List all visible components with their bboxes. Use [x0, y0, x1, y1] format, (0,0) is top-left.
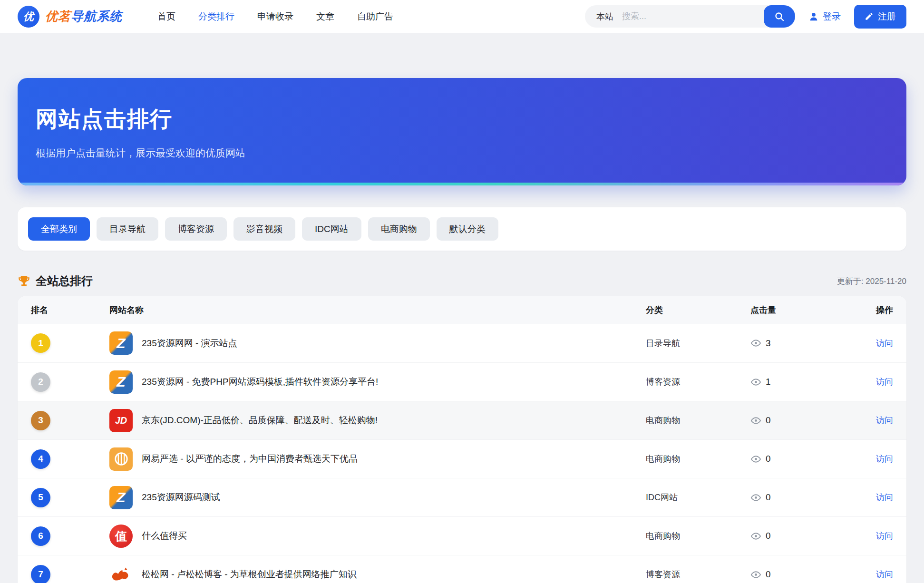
- table-row[interactable]: 5 Z 235资源网源码测试 IDC网站 0: [18, 478, 906, 516]
- site-favicon: 值: [109, 525, 133, 548]
- site-category: IDC网站: [646, 492, 750, 503]
- search-bar: 本站: [585, 5, 795, 28]
- category-filter-pill[interactable]: 默认分类: [437, 217, 498, 241]
- eye-icon: [750, 569, 761, 580]
- click-count: 0: [766, 492, 771, 503]
- site-category: 电商购物: [646, 530, 750, 542]
- category-filter-pill[interactable]: 目录导航: [97, 217, 158, 241]
- column-header-category: 分类: [646, 304, 750, 316]
- rank-badge: 6: [31, 526, 50, 546]
- site-category: 博客资源: [646, 569, 750, 580]
- table-row[interactable]: 3 JD 京东(JD.COM)-正品低价、品质保障、配送及时、轻松购物! 电商购…: [18, 401, 906, 439]
- page-title: 网站点击排行: [36, 105, 887, 134]
- click-count: 1: [766, 377, 771, 387]
- site-favicon: JD: [109, 409, 133, 432]
- eye-icon: [750, 377, 761, 388]
- site-favicon: Z: [109, 370, 133, 394]
- site-favicon: Z: [109, 486, 133, 509]
- nav-item[interactable]: 文章: [316, 10, 334, 23]
- table-header-row: 排名 网站名称 分类 点击量 操作: [18, 296, 906, 324]
- site-category: 博客资源: [646, 376, 750, 388]
- main-nav: 首页 分类排行 申请收录 文章 自助广告: [157, 10, 393, 23]
- visit-link[interactable]: 访问: [876, 493, 893, 502]
- visit-link[interactable]: 访问: [876, 454, 893, 464]
- nav-item[interactable]: 申请收录: [257, 10, 293, 23]
- header-actions: 本站 登录 注册: [585, 5, 906, 29]
- category-filter-bar: 全部类别 目录导航 博客资源 影音视频 IDC网站 电商购物 默认分类: [18, 207, 906, 251]
- visit-link[interactable]: 访问: [876, 531, 893, 541]
- rank-badge: 7: [31, 565, 50, 583]
- search-input[interactable]: [622, 11, 764, 21]
- site-name: 网易严选 - 以严谨的态度，为中国消费者甄选天下优品: [142, 453, 358, 465]
- site-category: 电商购物: [646, 415, 750, 426]
- site-name: 松松网 - 卢松松博客 - 为草根创业者提供网络推广知识: [142, 568, 357, 581]
- rank-badge: 4: [31, 449, 50, 469]
- eye-icon: [750, 492, 761, 503]
- table-row[interactable]: 4 网易严选 - 以严谨的态度，为中国消费者甄选天下优品 电商购物 0: [18, 439, 906, 478]
- eye-icon: [750, 415, 761, 426]
- search-button[interactable]: [764, 5, 795, 28]
- table-row[interactable]: 6 值 什么值得买 电商购物 0: [18, 516, 906, 555]
- site-category: 目录导航: [646, 338, 750, 349]
- fox-logo-icon: [110, 564, 132, 583]
- site-name: 什么值得买: [142, 530, 187, 542]
- register-button[interactable]: 注册: [854, 5, 906, 29]
- nav-item[interactable]: 首页: [157, 10, 175, 23]
- site-category: 电商购物: [646, 453, 750, 465]
- last-updated-text: 更新于: 2025-11-20: [837, 276, 906, 287]
- table-body: 1 Z 235资源网网 - 演示站点 目录导航 3: [18, 324, 906, 583]
- click-count: 0: [766, 454, 771, 464]
- rank-badge: 5: [31, 488, 50, 507]
- site-name: 235资源网网 - 演示站点: [142, 337, 237, 350]
- search-icon: [774, 11, 785, 22]
- top-navbar: 优 优茗导航系统 首页 分类排行 申请收录 文章 自助广告 本站 登录: [0, 0, 924, 33]
- ranking-section-header: 全站总排行 更新于: 2025-11-20: [18, 273, 906, 289]
- logo-mark-icon: 优: [18, 6, 39, 28]
- rank-badge: 3: [31, 411, 50, 430]
- category-filter-pill[interactable]: 电商购物: [368, 217, 430, 241]
- user-icon: [808, 11, 819, 22]
- table-row[interactable]: 7 松松网 - 卢松松博客 - 为草根创业者提供网络推广知识 博客资源 0: [18, 555, 906, 583]
- category-filter-pill[interactable]: 影音视频: [233, 217, 295, 241]
- pencil-icon: [865, 12, 874, 21]
- column-header-name: 网站名称: [109, 304, 646, 316]
- visit-link[interactable]: 访问: [876, 377, 893, 387]
- category-filter-pill[interactable]: 博客资源: [165, 217, 227, 241]
- yanxuan-logo-icon: [113, 451, 129, 467]
- rank-badge: 1: [31, 333, 50, 353]
- column-header-action: 操作: [846, 304, 893, 316]
- table-row[interactable]: 1 Z 235资源网网 - 演示站点 目录导航 3: [18, 324, 906, 362]
- search-scope-select[interactable]: 本站: [585, 11, 622, 22]
- hero-banner: 网站点击排行 根据用户点击量统计，展示最受欢迎的优质网站: [18, 78, 906, 185]
- site-name: 235资源网 - 免费PHP网站源码模板,插件软件资源分享平台!: [142, 376, 378, 388]
- ranking-title: 全站总排行: [18, 273, 93, 289]
- eye-icon: [750, 454, 761, 465]
- ranking-table: 排名 网站名称 分类 点击量 操作 1 Z: [18, 296, 906, 583]
- category-filter-pill[interactable]: IDC网站: [302, 217, 361, 241]
- eye-icon: [750, 531, 761, 542]
- column-header-rank: 排名: [31, 304, 109, 316]
- site-logo[interactable]: 优 优茗导航系统: [18, 6, 122, 28]
- click-count: 3: [766, 338, 771, 349]
- rank-badge: 2: [31, 372, 50, 392]
- site-favicon: [109, 447, 133, 471]
- category-filter-pill[interactable]: 全部类别: [28, 217, 90, 241]
- logo-text: 优茗导航系统: [45, 8, 122, 25]
- visit-link[interactable]: 访问: [876, 339, 893, 348]
- click-count: 0: [766, 569, 771, 580]
- visit-link[interactable]: 访问: [876, 570, 893, 579]
- login-button[interactable]: 登录: [808, 10, 841, 23]
- table-row[interactable]: 2 Z 235资源网 - 免费PHP网站源码模板,插件软件资源分享平台! 博客资…: [18, 362, 906, 401]
- site-name: 京东(JD.COM)-正品低价、品质保障、配送及时、轻松购物!: [142, 414, 378, 427]
- eye-icon: [750, 338, 761, 349]
- trophy-icon: [18, 275, 30, 288]
- page-subtitle: 根据用户点击量统计，展示最受欢迎的优质网站: [36, 146, 887, 160]
- click-count: 0: [766, 415, 771, 426]
- nav-item[interactable]: 自助广告: [357, 10, 393, 23]
- nav-item[interactable]: 分类排行: [198, 10, 234, 23]
- column-header-clicks: 点击量: [750, 304, 846, 316]
- site-favicon: [109, 563, 133, 583]
- site-favicon: Z: [109, 331, 133, 355]
- visit-link[interactable]: 访问: [876, 416, 893, 425]
- click-count: 0: [766, 531, 771, 541]
